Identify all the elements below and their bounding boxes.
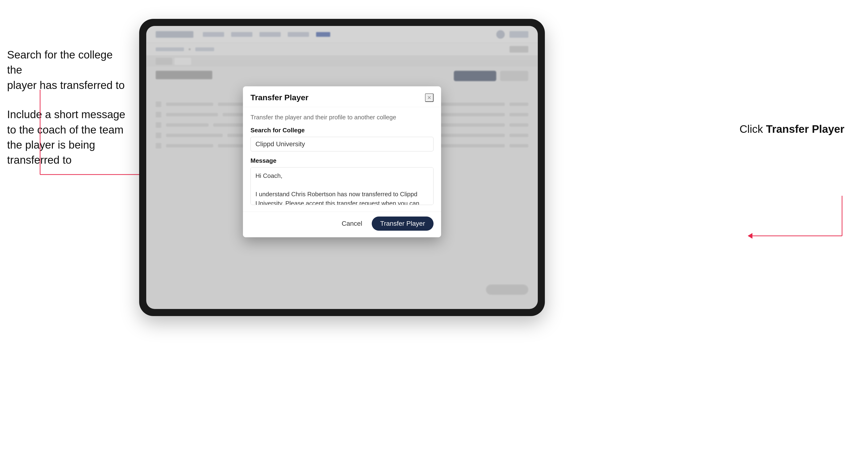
tablet-screen: Transfer Player × Transfer the player an… [146,26,538,309]
tablet-frame: Transfer Player × Transfer the player an… [139,19,545,316]
annotation-right-prefix: Click [739,123,766,135]
modal-close-button[interactable]: × [425,93,434,102]
annotation-right: Click Transfer Player [739,123,844,135]
search-college-label: Search for College [250,127,434,134]
modal-footer: Cancel Transfer Player [243,212,441,237]
modal-title: Transfer Player [250,93,309,102]
message-label: Message [250,157,434,164]
search-college-input[interactable] [250,137,434,151]
cancel-button[interactable]: Cancel [337,217,367,230]
message-textarea[interactable] [250,167,434,205]
modal-overlay: Transfer Player × Transfer the player an… [146,26,538,309]
modal-subtitle: Transfer the player and their profile to… [250,114,434,121]
modal-dialog: Transfer Player × Transfer the player an… [243,86,441,237]
arrow-left-message [38,170,156,184]
transfer-player-button[interactable]: Transfer Player [372,217,434,231]
annotation-left-top: Search for the college the player has tr… [7,47,130,182]
svg-marker-5 [748,233,752,239]
annotation-text-2: Include a short message to the coach of … [7,107,130,168]
modal-body: Transfer the player and their profile to… [243,107,441,212]
arrow-right-transfer [726,196,844,248]
modal-header: Transfer Player × [243,86,441,107]
annotation-text-1: Search for the college the player has tr… [7,47,130,93]
annotation-right-bold: Transfer Player [766,123,844,135]
